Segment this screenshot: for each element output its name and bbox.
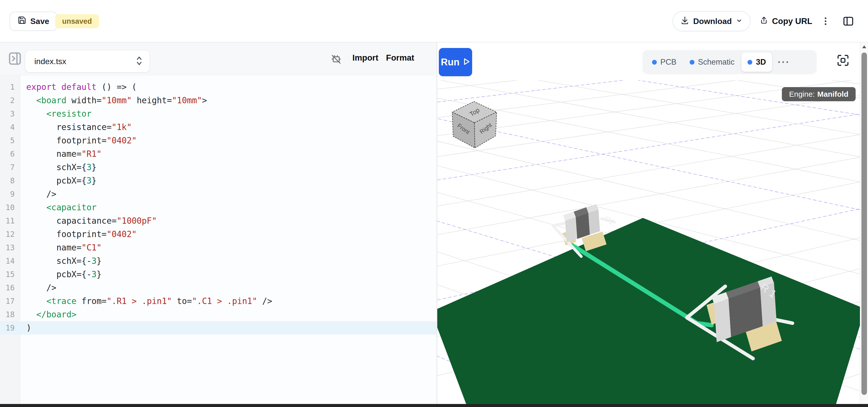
code-line[interactable]: capacitance="1000pF" [26, 214, 436, 228]
code-line[interactable]: pcbX={-3} [26, 268, 436, 281]
code-line[interactable]: <board width="10mm" height="10mm"> [26, 94, 436, 107]
code-line[interactable]: ) [26, 321, 436, 335]
line-number: 10 [0, 201, 14, 214]
engine-badge: Engine: Manifold [782, 87, 856, 101]
tab-schematic[interactable]: Schematic [684, 53, 741, 72]
save-button[interactable]: Save [9, 11, 57, 31]
line-number: 13 [0, 241, 14, 254]
chevron-down-icon [736, 17, 742, 26]
tab-label: Schematic [698, 58, 735, 67]
download-icon [681, 16, 689, 27]
line-number: 7 [0, 161, 14, 174]
code-line[interactable]: <resistor [26, 107, 436, 121]
code-line[interactable]: <trace from=".R1 > .pin1" to=".C1 > .pin… [26, 294, 436, 308]
tab-dot-icon [652, 60, 657, 65]
more-options-button[interactable] [818, 13, 833, 29]
view-tabs: PCBSchematic3D [646, 53, 772, 72]
save-icon [18, 16, 26, 27]
format-button[interactable]: Format [386, 53, 414, 63]
line-number: 18 [0, 308, 14, 321]
run-label: Run [441, 57, 460, 68]
file-select[interactable]: index.tsx [25, 50, 150, 72]
pcb-board[interactable] [437, 218, 860, 405]
tab-label: 3D [756, 58, 766, 67]
share-icon [760, 16, 768, 26]
download-label: Download [693, 17, 732, 26]
line-number: 1 [0, 80, 14, 94]
app-root: Save unsaved Download Copy URL [0, 0, 868, 407]
tab-label: PCB [660, 58, 677, 67]
code-line[interactable]: </board> [26, 308, 436, 321]
line-number: 14 [0, 254, 14, 268]
footprint-disabled-icon[interactable] [331, 54, 342, 66]
line-number: 4 [0, 121, 14, 134]
view-more-button[interactable]: ··· [773, 53, 795, 72]
code-line[interactable]: /> [26, 281, 436, 294]
line-number: 11 [0, 214, 14, 228]
line-number: 9 [0, 187, 14, 201]
line-number: 12 [0, 228, 14, 241]
expand-panel-icon[interactable] [8, 52, 21, 66]
line-number: 5 [0, 134, 14, 147]
code-line[interactable]: <capacitor [26, 201, 436, 214]
unsaved-badge: unsaved [55, 14, 99, 28]
play-icon [463, 57, 470, 68]
code-line[interactable]: schX={-3} [26, 254, 436, 268]
code-editor-panel: index.tsx Import Format 1234567 [0, 42, 436, 405]
engine-label: Engine: [789, 90, 815, 98]
line-number: 8 [0, 174, 14, 187]
code-line[interactable]: name="C1" [26, 241, 436, 254]
copy-url-button[interactable]: Copy URL [760, 11, 812, 31]
fullscreen-icon[interactable] [836, 53, 850, 68]
code-line[interactable]: footprint="0402" [26, 134, 436, 147]
code-line[interactable]: name="R1" [26, 147, 436, 161]
engine-value: Manifold [817, 90, 848, 98]
tab-pcb[interactable]: PCB [646, 53, 683, 72]
download-button[interactable]: Download [673, 11, 750, 31]
tab-dot-icon [690, 60, 694, 65]
file-name: index.tsx [34, 57, 135, 66]
code-line[interactable]: resistance="1k" [26, 121, 436, 134]
copy-url-label: Copy URL [772, 16, 812, 26]
editor-body[interactable]: 12345678910111213141516171819 export def… [0, 75, 436, 405]
line-number: 17 [0, 294, 14, 308]
save-label: Save [30, 17, 49, 26]
line-number: 16 [0, 281, 14, 294]
panel-toggle-icon[interactable] [841, 14, 856, 28]
line-number: 6 [0, 147, 14, 161]
run-button[interactable]: Run [439, 48, 472, 76]
line-number: 15 [0, 268, 14, 281]
top-toolbar: Save unsaved Download Copy URL [0, 0, 868, 42]
tab-dot-icon [747, 60, 752, 65]
line-number: 3 [0, 107, 14, 121]
select-chevrons-icon [135, 55, 143, 67]
code-line[interactable]: pcbX={3} [26, 174, 436, 187]
code-line[interactable]: footprint="0402" [26, 228, 436, 241]
line-number: 19 [0, 321, 14, 335]
code-lines[interactable]: export default () => ( <board width="10m… [26, 80, 436, 335]
scroll-up-arrow-icon[interactable] [861, 44, 867, 50]
view-tabs-group: PCBSchematic3D ··· [643, 50, 817, 74]
code-line[interactable]: export default () => ( [26, 80, 436, 94]
preview-panel: C1 R 1 [437, 42, 860, 405]
import-button[interactable]: Import [352, 53, 378, 63]
vertical-scrollbar[interactable] [860, 42, 868, 407]
c1-label: C1 [603, 214, 616, 227]
line-numbers: 12345678910111213141516171819 [0, 80, 14, 335]
window-bottom-edge [0, 404, 868, 407]
editor-header: index.tsx Import Format [0, 42, 436, 75]
code-line[interactable]: /> [26, 187, 436, 201]
code-line[interactable]: schX={3} [26, 161, 436, 174]
line-number: 2 [0, 94, 14, 107]
scrollbar-thumb[interactable] [862, 53, 867, 395]
tab-3d[interactable]: 3D [741, 53, 772, 72]
